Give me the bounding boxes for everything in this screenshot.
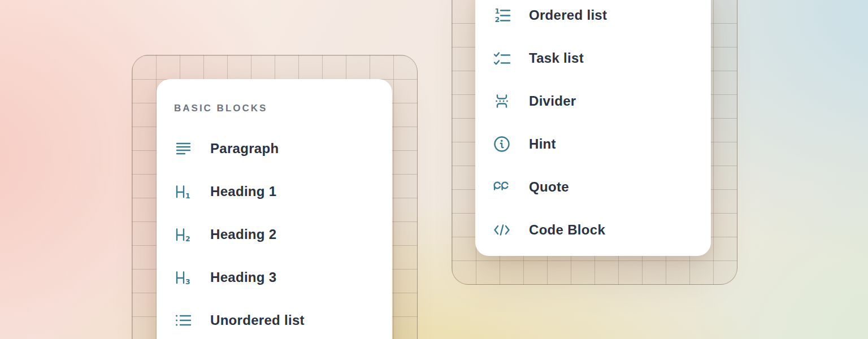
menu-list-basic-blocks: Paragraph 1 Heading 1 2 Heading 2 [157,127,392,339]
menu-item-ordered-list[interactable]: 12 Ordered list [475,0,711,37]
menu-item-label: Divider [529,94,576,108]
menu-item-code-block[interactable]: Code Block [475,208,711,251]
unordered-list-icon [174,311,192,329]
svg-text:1: 1 [185,192,190,200]
menu-item-label: Heading 1 [210,185,276,198]
menu-item-heading-3[interactable]: 3 Heading 3 [157,256,392,299]
paragraph-icon [174,140,192,158]
heading-3-icon: 3 [174,268,192,286]
section-label: BASIC BLOCKS [174,103,392,114]
svg-text:3: 3 [185,277,190,286]
divider-icon [493,92,511,110]
menu-item-divider[interactable]: Divider [475,80,711,123]
svg-text:1: 1 [495,7,500,15]
hint-icon [493,135,511,153]
menu-item-label: Heading 3 [210,271,276,284]
menu-item-task-list[interactable]: Task list [475,37,711,80]
heading-2-icon: 2 [174,225,192,244]
menu-item-label: Quote [529,180,569,194]
basic-blocks-panel: BASIC BLOCKS Paragraph 1 Heading 1 [157,79,392,339]
menu-item-label: Ordered list [529,8,607,22]
editor-insert-menu-screenshot: BASIC BLOCKS Paragraph 1 Heading 1 [0,0,868,339]
blocks-panel-continued: 12 Ordered list Task list [475,0,711,256]
menu-list-more-blocks: 12 Ordered list Task list [475,0,711,251]
menu-item-hint[interactable]: Hint [475,123,711,166]
svg-text:2: 2 [495,15,500,24]
menu-item-paragraph[interactable]: Paragraph [157,127,392,170]
menu-item-label: Unordered list [210,314,305,327]
task-list-icon [493,49,511,67]
menu-item-label: Hint [529,137,556,151]
svg-text:2: 2 [185,234,190,243]
menu-item-label: Code Block [529,223,605,237]
menu-item-label: Task list [529,51,584,65]
menu-item-heading-2[interactable]: 2 Heading 2 [157,213,392,256]
quote-icon [493,178,511,196]
heading-1-icon: 1 [174,182,192,201]
code-block-icon [493,221,511,239]
menu-item-label: Paragraph [210,142,279,155]
ordered-list-icon: 12 [493,6,511,24]
menu-item-heading-1[interactable]: 1 Heading 1 [157,170,392,213]
menu-item-unordered-list[interactable]: Unordered list [157,299,392,339]
menu-item-label: Heading 2 [210,228,276,241]
menu-item-quote[interactable]: Quote [475,166,711,208]
